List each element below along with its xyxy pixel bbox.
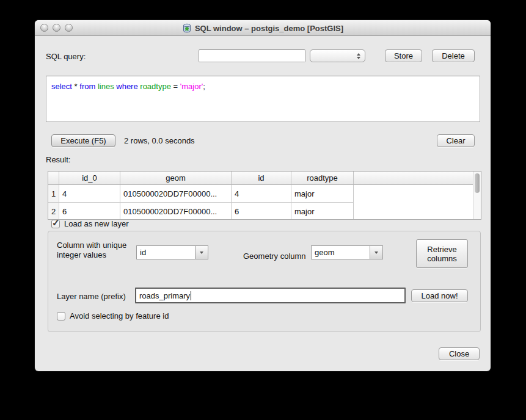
- delete-button[interactable]: Delete: [432, 49, 475, 62]
- table-cell[interactable]: 6: [59, 203, 120, 220]
- sql-token: 'major': [180, 82, 203, 91]
- title-bar[interactable]: SQL window – postgis_demo [PostGIS]: [35, 20, 491, 36]
- unique-column-combobox[interactable]: id: [136, 245, 208, 259]
- checkbox-label: Load as new layer: [64, 219, 129, 228]
- row-filler: [354, 203, 481, 220]
- table-cell[interactable]: 0105000020DD7F00000...: [120, 203, 232, 220]
- result-table-body: 140105000020DD7F00000...4major2601050000…: [48, 185, 481, 220]
- sql-editor[interactable]: select * from lines where roadtype = 'ma…: [46, 76, 480, 122]
- table-cell[interactable]: 0105000020DD7F00000...: [120, 185, 232, 203]
- sql-token: where: [116, 82, 137, 91]
- column-header-id_0[interactable]: id_0: [59, 172, 120, 184]
- sql-token: =: [171, 82, 180, 91]
- geometry-column-combobox[interactable]: geom: [311, 245, 383, 259]
- sql-token: lines: [98, 82, 114, 91]
- table-cell[interactable]: major: [291, 203, 354, 220]
- table-row: 260105000020DD7F00000...6major: [48, 203, 481, 220]
- load-as-new-layer-checkbox[interactable]: ✓ Load as new layer: [51, 219, 129, 228]
- column-header-geom[interactable]: geom: [120, 172, 232, 184]
- retrieve-columns-button[interactable]: Retrieve columns: [416, 239, 468, 268]
- header-filler: [354, 172, 481, 184]
- layer-name-input[interactable]: roads_primary: [135, 288, 406, 303]
- close-button[interactable]: Close: [439, 347, 480, 360]
- text-caret: [191, 291, 191, 300]
- query-name-input[interactable]: [199, 49, 305, 62]
- scrollbar-thumb[interactable]: [475, 173, 480, 193]
- dropdown-stepper-icon: [357, 53, 360, 59]
- sql-token: from: [79, 82, 95, 91]
- checkbox-box[interactable]: ✓: [51, 220, 60, 228]
- load-options-groupbox: Column with unique integer values id Geo…: [48, 231, 481, 332]
- clear-button[interactable]: Clear: [437, 134, 475, 147]
- sql-token: *: [72, 82, 79, 91]
- chevron-down-icon: [374, 252, 378, 254]
- checkbox-label: Avoid selecting by feature id: [70, 311, 169, 320]
- row-number[interactable]: 1: [48, 185, 59, 203]
- column-header-id[interactable]: id: [232, 172, 291, 184]
- postgis-database-icon: [182, 23, 192, 33]
- table-cell[interactable]: 6: [232, 203, 291, 220]
- stored-query-dropdown[interactable]: [310, 49, 365, 62]
- table-cell[interactable]: 4: [59, 185, 120, 203]
- avoid-selecting-checkbox[interactable]: ✓ Avoid selecting by feature id: [57, 311, 169, 320]
- checkbox-box[interactable]: ✓: [57, 312, 65, 320]
- table-row: 140105000020DD7F00000...4major: [48, 185, 481, 203]
- load-now-button[interactable]: Load now!: [411, 289, 468, 302]
- column-header-roadtype[interactable]: roadtype: [291, 172, 354, 184]
- sql-token: roadtype: [140, 82, 171, 91]
- store-button[interactable]: Store: [385, 49, 422, 62]
- sql-window: SQL window – postgis_demo [PostGIS] SQL …: [35, 20, 491, 371]
- combo-dropdown-button[interactable]: [370, 246, 382, 259]
- chevron-down-icon: [200, 252, 203, 254]
- row-filler: [354, 185, 481, 203]
- sql-query-label: SQL query:: [46, 52, 86, 61]
- table-cell[interactable]: major: [291, 185, 354, 203]
- layer-name-label: Layer name (prefix): [57, 292, 126, 301]
- table-vertical-scrollbar[interactable]: [473, 172, 481, 219]
- result-table-header: id_0geomidroadtype: [48, 172, 481, 185]
- corner-header-cell[interactable]: [48, 172, 59, 184]
- result-table: id_0geomidroadtype 140105000020DD7F00000…: [48, 171, 481, 220]
- status-text: 2 rows, 0.0 seconds: [124, 136, 195, 145]
- combo-dropdown-button[interactable]: [195, 246, 208, 259]
- result-label: Result:: [46, 155, 70, 164]
- unique-column-label-line1: Column with unique: [57, 241, 126, 250]
- window-title: SQL window – postgis_demo [PostGIS]: [195, 24, 343, 33]
- table-cell[interactable]: 4: [232, 185, 291, 203]
- unique-column-label-line2: integer values: [57, 250, 106, 259]
- execute-button[interactable]: Execute (F5): [51, 134, 115, 147]
- geometry-column-label: Geometry column: [243, 252, 306, 261]
- sql-token: ;: [203, 82, 205, 91]
- sql-editor-line: select * from lines where roadtype = 'ma…: [51, 82, 475, 91]
- sql-token: select: [51, 82, 72, 91]
